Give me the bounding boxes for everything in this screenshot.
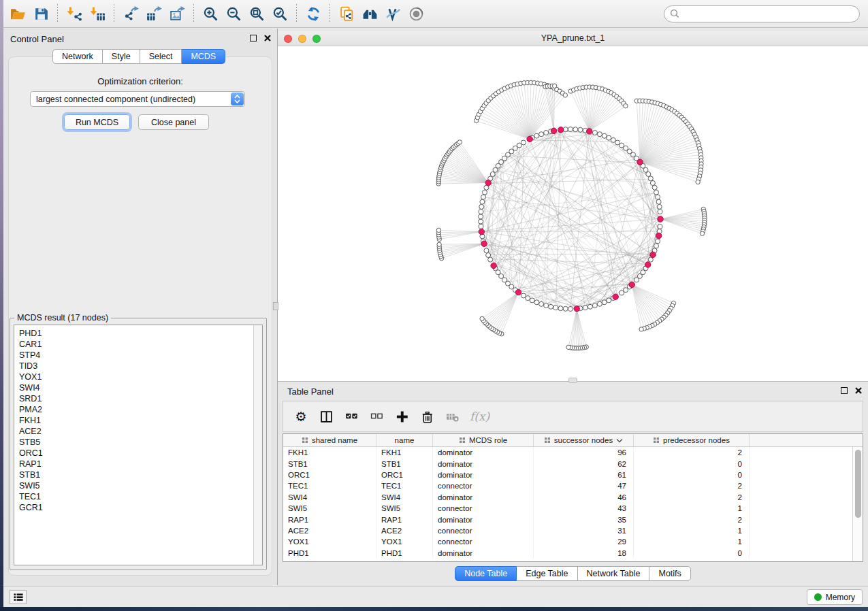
table-cell[interactable]: 2 [634, 514, 750, 525]
mcds-result-item[interactable]: SWI4 [19, 382, 253, 393]
memory-button[interactable]: Memory [807, 589, 863, 605]
table-cell[interactable]: FKH1 [376, 447, 433, 458]
save-button[interactable] [31, 3, 51, 24]
table-cell[interactable]: SWI5 [376, 503, 433, 514]
table-row[interactable]: SWI4SWI4dominator462 [283, 492, 863, 503]
mcds-result-item[interactable]: YOX1 [19, 371, 253, 382]
table-cell[interactable]: FKH1 [283, 447, 376, 458]
close-window-icon[interactable] [284, 35, 292, 43]
float-table-panel-icon[interactable] [841, 387, 848, 394]
table-cell[interactable]: RAP1 [283, 514, 376, 525]
table-cell[interactable]: 46 [534, 492, 634, 503]
mcds-result-item[interactable]: PMA2 [19, 404, 253, 415]
mcds-result-item[interactable]: STB5 [19, 437, 253, 448]
settings-gear-button[interactable]: ⚙ [293, 410, 308, 423]
close-panel-icon[interactable] [263, 34, 272, 42]
run-mcds-button[interactable]: Run MCDS [64, 114, 130, 130]
tab-mcds[interactable]: MCDS [182, 49, 225, 64]
tab-network[interactable]: Network [52, 49, 103, 64]
table-row[interactable]: STB1STB1dominator620 [283, 458, 863, 469]
table-cell[interactable]: dominator [433, 492, 534, 503]
refresh-button[interactable] [303, 3, 323, 24]
table-cell[interactable]: ACE2 [283, 525, 376, 536]
table-cell[interactable]: 43 [534, 503, 634, 514]
maximize-window-icon[interactable] [312, 35, 321, 43]
binoculars-button[interactable] [359, 3, 380, 24]
table-cell[interactable]: 0 [634, 548, 750, 559]
zoom-out-button[interactable] [223, 3, 244, 24]
criterion-dropdown[interactable]: largest connected component (undirected) [30, 91, 245, 107]
column-header-predecessor-nodes[interactable]: predecessor nodes [634, 434, 750, 446]
tab-style[interactable]: Style [103, 49, 140, 64]
table-row[interactable]: FKH1FKH1dominator962 [283, 447, 863, 458]
table-cell[interactable]: 29 [534, 536, 634, 547]
table-cell[interactable]: PHD1 [283, 548, 376, 559]
table-cell[interactable]: 61 [534, 469, 634, 480]
table-cell[interactable]: 18 [534, 548, 634, 559]
table-cell[interactable]: SWI5 [283, 503, 376, 514]
zoom-in-button[interactable] [200, 3, 221, 24]
mcds-result-item[interactable]: SWI5 [19, 480, 253, 491]
table-cell[interactable]: 96 [534, 447, 634, 458]
table-row[interactable]: PHD1PHD1dominator180 [283, 548, 863, 559]
table-cell[interactable]: STB1 [376, 458, 433, 469]
table-cell[interactable]: dominator [433, 548, 534, 559]
vertical-splitter-handle[interactable] [273, 302, 278, 310]
mcds-result-item[interactable]: PHD1 [19, 328, 253, 339]
table-cell[interactable]: 1 [634, 503, 750, 514]
minimize-window-icon[interactable] [298, 35, 306, 43]
tab-motifs[interactable]: Motifs [649, 566, 690, 581]
mcds-result-item[interactable]: RAP1 [19, 459, 253, 469]
deselect-all-button[interactable] [369, 410, 384, 423]
mcds-result-item[interactable]: ACE2 [19, 426, 253, 437]
column-header-successor-nodes[interactable]: successor nodes [534, 434, 634, 446]
network-canvas[interactable] [278, 46, 868, 381]
table-row[interactable]: RAP1RAP1dominator352 [283, 514, 863, 525]
mcds-result-item[interactable]: ORC1 [19, 448, 253, 459]
column-header-shared-name[interactable]: shared name [283, 434, 376, 446]
export-network-button[interactable] [120, 3, 141, 24]
table-cell[interactable]: 2 [634, 447, 750, 458]
table-cell[interactable]: dominator [433, 447, 534, 458]
table-cell[interactable]: SWI4 [283, 492, 376, 503]
tab-network-table[interactable]: Network Table [578, 566, 650, 581]
table-cell[interactable]: 2 [634, 480, 750, 491]
mcds-result-item[interactable]: SRD1 [19, 393, 253, 404]
table-scrollbar[interactable] [852, 447, 863, 561]
table-cell[interactable]: ACE2 [376, 525, 433, 536]
tab-select[interactable]: Select [140, 49, 182, 64]
open-button[interactable] [7, 3, 28, 24]
tab-edge-table[interactable]: Edge Table [517, 566, 577, 581]
select-all-button[interactable] [344, 410, 359, 423]
table-cell[interactable]: dominator [433, 458, 534, 469]
apply-function-button[interactable]: f(x) [470, 410, 489, 423]
show-panels-button[interactable] [10, 590, 27, 604]
mcds-result-item[interactable]: STP4 [19, 350, 253, 361]
search-input[interactable] [683, 9, 854, 18]
table-cell[interactable]: connector [433, 536, 534, 547]
mcds-result-scrollbar[interactable] [253, 325, 262, 565]
eye-button[interactable] [406, 3, 426, 24]
table-cell[interactable]: TEC1 [283, 480, 376, 491]
mcds-result-item[interactable]: FKH1 [19, 415, 253, 426]
table-cell[interactable]: 62 [534, 458, 634, 469]
table-cell[interactable]: 0 [634, 469, 750, 480]
column-header-MCDS-role[interactable]: MCDS role [433, 434, 534, 446]
table-cell[interactable]: ORC1 [283, 469, 376, 480]
table-cell[interactable]: RAP1 [376, 514, 433, 525]
delete-table-button[interactable] [445, 410, 460, 423]
table-row[interactable]: ACE2ACE2connector311 [283, 525, 863, 536]
mcds-result-item[interactable]: GCR1 [19, 502, 253, 513]
mcds-result-item[interactable]: CAR1 [19, 339, 253, 350]
table-scrollbar-thumb[interactable] [855, 450, 861, 518]
table-cell[interactable]: ORC1 [376, 469, 433, 480]
table-cell[interactable]: 35 [534, 514, 634, 525]
toggle-column-button[interactable] [319, 410, 334, 423]
float-panel-icon[interactable] [250, 35, 257, 42]
table-row[interactable]: ORC1ORC1dominator610 [283, 469, 863, 480]
table-row[interactable]: YOX1YOX1connector291 [283, 536, 863, 547]
table-cell[interactable]: 1 [634, 536, 750, 547]
mcds-result-item[interactable]: STB1 [19, 469, 253, 480]
table-cell[interactable]: connector [433, 525, 534, 536]
table-cell[interactable]: 47 [534, 480, 634, 491]
